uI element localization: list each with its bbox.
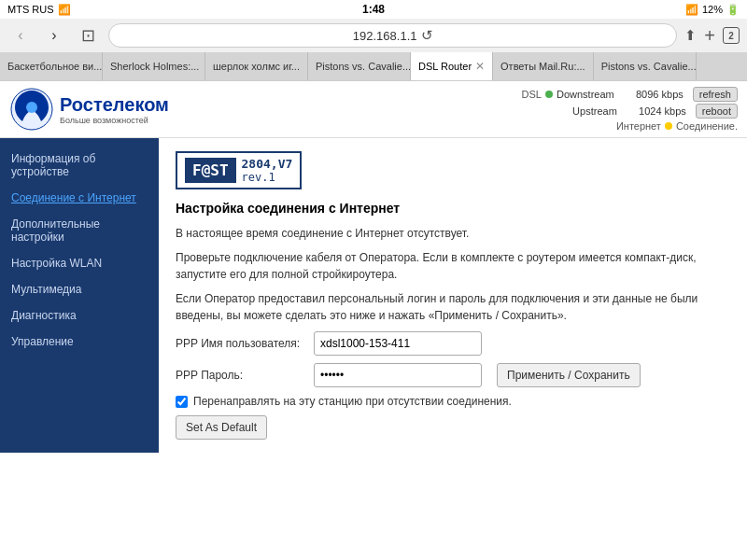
logo-text-block: Ростелеком Больше возможностей [60,94,169,125]
internet-status-dot [665,122,672,130]
checkbox-row: Перенаправлять на эту станцию при отсутс… [176,395,730,408]
ppp-pass-row: PPP Пароль: Применить / Сохранить [176,363,730,387]
checkbox-label: Перенаправлять на эту станцию при отсутс… [193,395,512,408]
tab-5-label: DSL Router [418,61,472,72]
dsl-status-dot [545,91,553,98]
upstream-speed: 1024 kbps [621,105,686,117]
tab-6-label: Ответы Mail.Ru:... [500,61,585,72]
carrier-text: MTS RUS [7,4,54,15]
tab-switcher-button[interactable]: 2 [723,27,740,44]
downstream-speed: 8096 kbps [618,89,684,100]
tab-4[interactable]: Pistons vs. Cavalie... [308,52,411,80]
tab-7[interactable]: Pistons vs. Cavalie... [594,52,697,80]
status-right: 📶 12% 🔋 [685,4,740,16]
back-button[interactable]: ‹ [7,22,34,49]
ppp-user-row: PPP Имя пользователя: [176,331,730,356]
page-body: Информация об устройстве Соединение с Ин… [0,138,747,453]
tab-2-label: Sherlock Holmes:... [110,61,199,72]
sidebar-item-connection[interactable]: Соединение с Интернет [0,185,159,211]
content-area: Ростелеком Больше возможностей DSL Downs… [0,81,747,453]
tab-6[interactable]: Ответы Mail.Ru:... [493,52,594,80]
sidebar-item-management[interactable]: Управление [0,329,159,355]
refresh-button[interactable]: refresh [693,87,738,102]
router-revision-text: rev.1 [242,171,293,184]
tab-5-dsl[interactable]: DSL Router ✕ [411,52,493,80]
tab-3-label: шерлок холмс иг... [213,61,300,72]
status-time: 1:48 [362,3,385,16]
dsl-upstream-row: Upstream 1024 kbps reboot [537,104,738,119]
redirect-checkbox[interactable] [176,396,188,408]
ppp-user-label: PPP Имя пользователя: [176,337,306,350]
header-bar: Ростелеком Больше возможностей DSL Downs… [0,81,747,138]
tab-7-label: Pistons vs. Cavalie... [601,61,697,72]
battery-icon: 🔋 [726,4,740,16]
router-model-text: 2804,V7 [242,157,293,171]
bookmarks-button[interactable]: ⊡ [75,22,101,49]
sidebar-item-device-info[interactable]: Информация об устройстве [0,146,159,185]
new-tab-button[interactable]: + [704,25,715,47]
sidebar: Информация об устройстве Соединение с Ин… [0,138,159,453]
content-para3: Если Оператор предоставил персональный л… [176,290,730,324]
content-para1: В настоящее время соединение с Интернет … [176,225,730,242]
tab-3[interactable]: шерлок холмс иг... [205,52,308,80]
tab-4-label: Pistons vs. Cavalie... [316,61,411,72]
logo-sub: Больше возможностей [60,116,169,125]
internet-row: Интернет Соединение. [616,120,738,132]
dsl-label: DSL [522,89,542,100]
address-bar[interactable]: 192.168.1.1 ↺ [108,23,677,48]
share-icon[interactable]: ⬆ [684,27,697,44]
logo-main: Ростелеком [60,94,169,116]
reload-icon[interactable]: ↺ [421,27,433,44]
content-para2: Проверьте подключение кабеля от Оператор… [176,249,730,283]
svg-point-1 [26,102,37,113]
downstream-label: Downstream [557,89,614,100]
internet-label: Интернет [616,120,661,132]
tabs-row: Баскетбольное ви... Sherlock Holmes:... … [0,52,747,80]
sidebar-item-extra[interactable]: Дополнительные настройки [0,211,159,250]
url-text: 192.168.1.1 [353,29,417,43]
tab-5-close[interactable]: ✕ [475,60,485,73]
battery-text: 12% [702,4,723,15]
sidebar-item-multimedia[interactable]: Мультимедиа [0,276,159,302]
set-default-button[interactable]: Set As Default [176,415,267,440]
ppp-pass-input[interactable] [314,363,482,387]
nav-bar: ‹ › ⊡ 192.168.1.1 ↺ ⬆ + 2 [0,19,747,52]
ppp-pass-label: PPP Пароль: [176,369,306,382]
tab-1[interactable]: Баскетбольное ви... [0,52,103,80]
rostelecom-logo: Ростелеком Больше возможностей [9,87,169,132]
status-left: MTS RUS 📶 [7,4,71,16]
logo-svg [9,87,54,132]
wifi-icon: 📶 [58,4,71,16]
router-logo-model: 2804,V7 rev.1 [242,157,293,184]
connection-label: Соединение. [676,120,738,132]
router-logo: F@ST 2804,V7 rev.1 [176,151,302,189]
apply-save-button[interactable]: Применить / Сохранить [497,363,641,387]
dsl-downstream-row: DSL Downstream 8096 kbps refresh [522,87,738,102]
tab-1-label: Баскетбольное ви... [7,61,102,72]
sidebar-item-wlan[interactable]: Настройка WLAN [0,250,159,276]
page-content: F@ST 2804,V7 rev.1 Настройка соединения … [159,138,747,453]
router-logo-icon: F@ST [185,158,236,183]
dsl-info-panel: DSL Downstream 8096 kbps refresh Upstrea… [522,87,738,132]
upstream-label: Upstream [572,105,617,117]
signal-icon: 📶 [685,4,698,16]
ppp-user-input[interactable] [314,331,482,356]
tab-2[interactable]: Sherlock Holmes:... [103,52,205,80]
browser-chrome: ‹ › ⊡ 192.168.1.1 ↺ ⬆ + 2 Баскетбольное … [0,19,747,81]
page-title: Настройка соединения с Интернет [176,201,730,216]
status-bar: MTS RUS 📶 1:48 📶 12% 🔋 [0,0,747,19]
sidebar-item-diagnostics[interactable]: Диагностика [0,302,159,329]
forward-button[interactable]: › [41,22,67,49]
reboot-button[interactable]: reboot [696,104,738,119]
